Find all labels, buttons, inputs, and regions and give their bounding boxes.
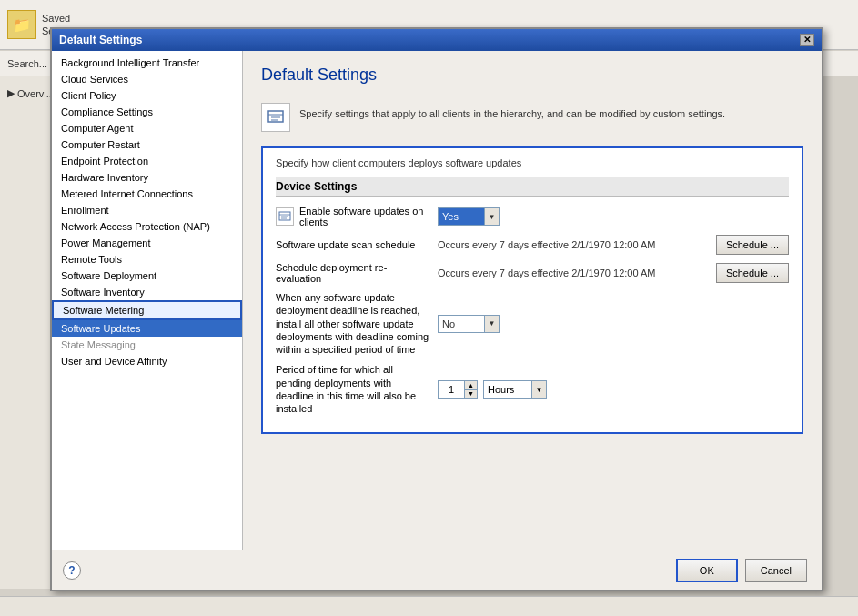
sidebar-item-endpoint-protection[interactable]: Endpoint Protection xyxy=(52,153,242,169)
dialog-body: Background Intelligent Transfer Cloud Se… xyxy=(52,51,822,560)
status-bar xyxy=(0,596,858,616)
saved-label: Saved xyxy=(42,13,87,24)
period-spinner-input[interactable]: 1 xyxy=(439,381,464,398)
deadline-row: When any software update deployment dead… xyxy=(276,291,789,356)
enable-updates-label: Enable software updates on clients xyxy=(276,206,430,227)
content-title: Default Settings xyxy=(261,66,803,90)
enable-updates-value: Yes ▼ xyxy=(438,207,789,226)
dialog-footer: ? OK Cancel xyxy=(52,550,822,590)
spinner-buttons: ▲ ▼ xyxy=(464,381,477,398)
enable-updates-icon xyxy=(276,207,294,226)
settings-sidebar: Background Intelligent Transfer Cloud Se… xyxy=(52,51,243,560)
sidebar-item-state-messaging[interactable]: State Messaging xyxy=(52,337,242,353)
description-text: Specify settings that apply to all clien… xyxy=(299,103,725,119)
deadline-no: No xyxy=(439,316,484,332)
search-label: Search... xyxy=(7,58,47,69)
device-settings-panel: Specify how client computers deploys sof… xyxy=(261,146,803,434)
deadline-dropdown[interactable]: No ▼ xyxy=(438,315,500,333)
cancel-button[interactable]: Cancel xyxy=(745,559,807,582)
enable-updates-yes: Yes xyxy=(439,208,484,225)
reeval-schedule-row: Schedule deployment re-evaluation Occurs… xyxy=(276,262,789,284)
enable-updates-row: Enable software updates on clients Yes ▼ xyxy=(276,206,789,227)
sidebar-item-compliance-settings[interactable]: Compliance Settings xyxy=(52,104,242,120)
sidebar-item-power-management[interactable]: Power Management xyxy=(52,235,242,251)
sidebar-item-hardware-inventory[interactable]: Hardware Inventory xyxy=(52,169,242,186)
scan-schedule-value: Occurs every 7 days effective 2/1/1970 1… xyxy=(438,239,709,250)
period-row: Period of time for which all pending dep… xyxy=(276,363,789,415)
close-button[interactable]: ✕ xyxy=(800,34,814,46)
enable-updates-dropdown[interactable]: Yes ▼ xyxy=(438,207,500,226)
spinner-up-button[interactable]: ▲ xyxy=(464,381,477,390)
sidebar-item-computer-restart[interactable]: Computer Restart xyxy=(52,136,242,153)
reeval-schedule-button[interactable]: Schedule ... xyxy=(716,263,789,283)
help-button[interactable]: ? xyxy=(63,561,81,580)
app-icon: 📁 xyxy=(7,10,36,39)
dialog-title: Default Settings xyxy=(59,34,142,46)
deadline-label: When any software update deployment dead… xyxy=(276,291,430,356)
sidebar-item-client-policy[interactable]: Client Policy xyxy=(52,87,242,104)
reeval-schedule-label: Schedule deployment re-evaluation xyxy=(276,262,430,284)
enable-updates-arrow[interactable]: ▼ xyxy=(484,208,499,225)
sidebar-item-computer-agent[interactable]: Computer Agent xyxy=(52,120,242,136)
panel-intro: Specify how client computers deploys sof… xyxy=(276,157,789,168)
reeval-schedule-value: Occurs every 7 days effective 2/1/1970 1… xyxy=(438,268,709,278)
scan-schedule-label: Software update scan schedule xyxy=(276,239,430,250)
period-label: Period of time for which all pending dep… xyxy=(276,363,430,415)
content-description: Specify settings that apply to all clien… xyxy=(261,103,803,132)
hours-arrow[interactable]: ▼ xyxy=(531,381,546,398)
spinner-down-button[interactable]: ▼ xyxy=(464,390,477,399)
sidebar-item-software-deployment[interactable]: Software Deployment xyxy=(52,268,242,284)
period-spinner[interactable]: 1 ▲ ▼ xyxy=(438,380,478,399)
sidebar-item-background-intelligent-transfer[interactable]: Background Intelligent Transfer xyxy=(52,55,242,71)
ok-button[interactable]: OK xyxy=(676,559,738,582)
deadline-value: No ▼ xyxy=(438,315,789,333)
hours-dropdown[interactable]: Hours ▼ xyxy=(483,380,547,399)
sidebar-item-user-device-affinity[interactable]: User and Device Affinity xyxy=(52,353,242,369)
sidebar-item-metered-internet[interactable]: Metered Internet Connections xyxy=(52,186,242,202)
sidebar-item-cloud-services[interactable]: Cloud Services xyxy=(52,71,242,87)
reeval-schedule-action: Schedule ... xyxy=(716,263,789,283)
scan-schedule-row: Software update scan schedule Occurs eve… xyxy=(276,235,789,255)
sidebar-item-network-access[interactable]: Network Access Protection (NAP) xyxy=(52,218,242,235)
hours-label: Hours xyxy=(484,381,531,398)
deadline-arrow[interactable]: ▼ xyxy=(484,316,499,332)
sidebar-item-software-metering[interactable]: Software Metering xyxy=(52,300,242,320)
default-settings-dialog: Default Settings ✕ Background Intelligen… xyxy=(50,27,823,591)
sidebar-item-enrollment[interactable]: Enrollment xyxy=(52,202,242,218)
sidebar-item-software-updates[interactable]: Software Updates xyxy=(52,320,242,337)
scan-schedule-action: Schedule ... xyxy=(716,235,789,255)
panel-section-title: Device Settings xyxy=(276,177,789,197)
sidebar-item-remote-tools[interactable]: Remote Tools xyxy=(52,251,242,268)
dialog-titlebar: Default Settings ✕ xyxy=(52,29,822,51)
svg-rect-4 xyxy=(279,212,290,220)
description-icon xyxy=(261,103,290,132)
scan-schedule-button[interactable]: Schedule ... xyxy=(716,235,789,255)
period-controls: 1 ▲ ▼ Hours ▼ xyxy=(438,380,547,399)
sidebar-item-software-inventory[interactable]: Software Inventory xyxy=(52,284,242,300)
settings-content: Default Settings Specify settings that a… xyxy=(243,51,822,560)
